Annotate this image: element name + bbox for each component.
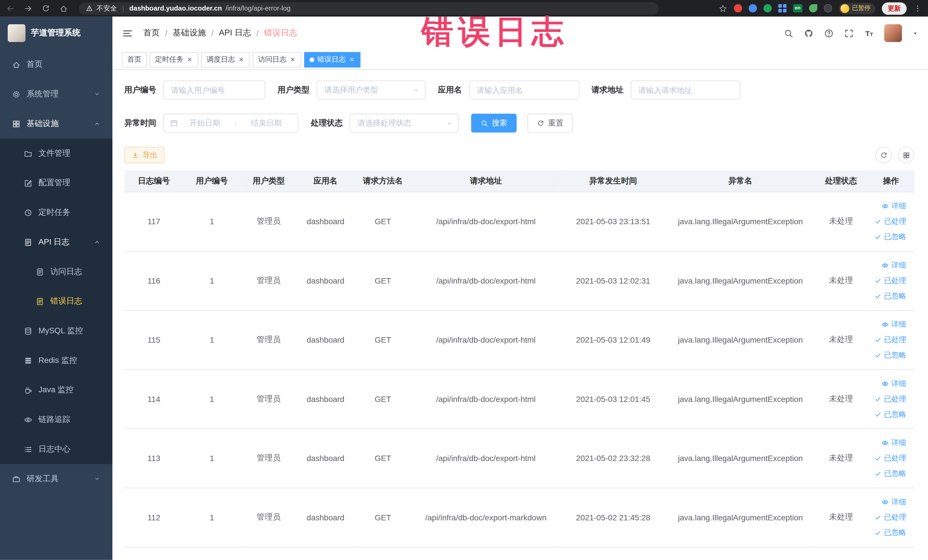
sidebar-item-error-log[interactable]: 错误日志 [0,287,112,316]
cell-app: dashboard [297,310,354,369]
user-avatar[interactable] [884,24,902,42]
logo-row[interactable]: 芋道管理系统 [0,17,112,50]
avatar-caret-icon[interactable] [912,30,919,37]
tab-job[interactable]: 定时任务 [150,52,198,67]
tab-home[interactable]: 首页 [122,52,147,67]
sidebar-item-java[interactable]: Java 监控 [0,375,112,405]
sidebar-item-home[interactable]: 首页 [0,50,112,79]
detail-link[interactable]: 详细 [870,376,906,391]
ignored-link[interactable]: 已忽略 [870,466,906,481]
column-header-app: 应用名 [297,170,354,192]
tab-access-log[interactable]: 访问日志 [253,52,301,67]
sidebar-item-log-center[interactable]: 日志中心 [0,435,112,464]
sidebar-item-label: 错误日志 [50,296,82,307]
processed-link[interactable]: 已处理 [870,332,906,348]
sidebar-item-label: MySQL 监控 [38,325,83,336]
tab-label: 调度日志 [206,55,235,64]
filter-process-status: 处理状态 请选择处理状态 [311,113,459,132]
cell-user_type: 管理员 [240,192,297,251]
breadcrumb-item[interactable]: 首页 [143,28,160,38]
sidebar-item-file[interactable]: 文件管理 [0,138,112,168]
update-button[interactable]: 更新 [882,2,907,15]
processed-link[interactable]: 已处理 [870,450,906,466]
extension-leaf-icon[interactable] [809,4,817,12]
sidebar-item-access-log[interactable]: 访问日志 [0,257,112,287]
request-url-input[interactable] [630,81,740,99]
help-icon[interactable] [824,28,834,38]
detail-link[interactable]: 详细 [870,435,906,450]
column-settings-button[interactable] [898,147,914,163]
address-bar[interactable]: 不安全 | dashboard.yudao.iocoder.cn/infra/l… [79,2,659,15]
extensions-grid-icon[interactable] [778,4,786,12]
detail-link[interactable]: 详细 [870,494,906,510]
extension-red-icon[interactable] [734,4,742,12]
processed-link[interactable]: 已处理 [870,214,906,229]
refresh-table-button[interactable] [875,147,892,163]
tab-error-log[interactable]: 错误日志 [304,52,360,67]
processed-link[interactable]: 已处理 [870,510,906,525]
ignored-link[interactable]: 已忽略 [870,406,906,422]
sidebar-item-config[interactable]: 配置管理 [0,168,112,198]
close-icon[interactable] [349,56,355,63]
ignored-link[interactable]: 已忽略 [870,288,906,304]
export-button[interactable]: 导出 [124,147,165,163]
user-id-input[interactable] [163,81,265,99]
user-type-select[interactable]: 请选择用户类型 [317,81,426,99]
github-icon[interactable] [804,28,814,38]
font-size-icon[interactable] [864,28,874,38]
processed-link[interactable]: 已处理 [870,273,906,288]
sidebar-item-trace[interactable]: 链路追踪 [0,405,112,435]
tab-job-log[interactable]: 调度日志 [201,52,250,67]
sidebar-item-api-log[interactable]: API 日志 [0,227,112,257]
breadcrumb-item[interactable]: 基础设施 [173,28,206,38]
sidebar-toggle-icon[interactable] [122,27,133,38]
close-icon[interactable] [186,56,193,63]
ignored-link[interactable]: 已忽略 [870,525,906,540]
detail-link[interactable]: 详细 [870,317,906,332]
sidebar-item-infra[interactable]: 基础设施 [0,109,112,139]
filter-row-2: 异常时间 开始日期 - 结束日期 处理状态 请选择处理状态 [124,113,914,132]
cell-status: 未处理 [815,429,868,488]
browser-forward-icon[interactable] [24,4,32,12]
header-search-icon[interactable] [784,28,794,38]
sidebar-item-redis[interactable]: Redis 监控 [0,346,112,375]
fullscreen-icon[interactable] [844,28,854,38]
browser-back-icon[interactable] [6,4,15,12]
main-area: 首页/基础设施/API 日志/错误日志 首页定时任务调度日志访问日志错误日志 用… [112,17,928,560]
calendar-icon [170,119,178,127]
close-icon[interactable] [238,56,244,63]
sidebar-item-job[interactable]: 定时任务 [0,198,112,227]
start-date-placeholder: 开始日期 [179,118,230,128]
detail-link[interactable]: 详细 [870,257,906,273]
app-name-input[interactable] [469,81,579,99]
extension-paw-icon[interactable] [824,4,832,12]
ignored-link[interactable]: 已忽略 [870,229,906,244]
column-header-exception: 异常名 [666,170,815,192]
breadcrumb-item[interactable]: API 日志 [219,28,251,38]
sidebar-item-dev-tools[interactable]: 研发工具 [0,464,112,493]
logo-image [8,24,25,42]
sidebar-item-label: Redis 监控 [38,355,77,366]
process-status-select[interactable]: 请选择处理状态 [350,113,459,132]
browser-menu-icon[interactable] [913,4,922,12]
active-tab-dot [310,57,314,62]
extension-blue-icon[interactable] [749,4,757,12]
extension-green-icon[interactable] [763,4,772,12]
chevron-down-icon [412,86,420,94]
processed-link[interactable]: 已处理 [870,391,906,406]
edit-icon [24,178,32,187]
browser-home-icon[interactable] [59,4,68,12]
browser-reload-icon[interactable] [41,4,50,12]
profile-chip[interactable]: 已暂停 [838,3,876,14]
sidebar-item-system[interactable]: 系统管理 [0,79,112,109]
extension-on-badge[interactable]: on [793,4,802,12]
close-icon[interactable] [289,56,296,63]
bookmark-star-icon[interactable] [718,4,727,12]
detail-link[interactable]: 详细 [870,198,906,214]
search-button[interactable]: 搜索 [471,113,517,132]
reset-button[interactable]: 重置 [527,113,573,132]
sidebar-item-mysql[interactable]: MySQL 监控 [0,316,112,346]
ignored-link[interactable]: 已忽略 [870,348,906,363]
exception-time-range[interactable]: 开始日期 - 结束日期 [163,113,298,132]
cell-time: 2021-05-03 12:02:31 [560,251,666,310]
